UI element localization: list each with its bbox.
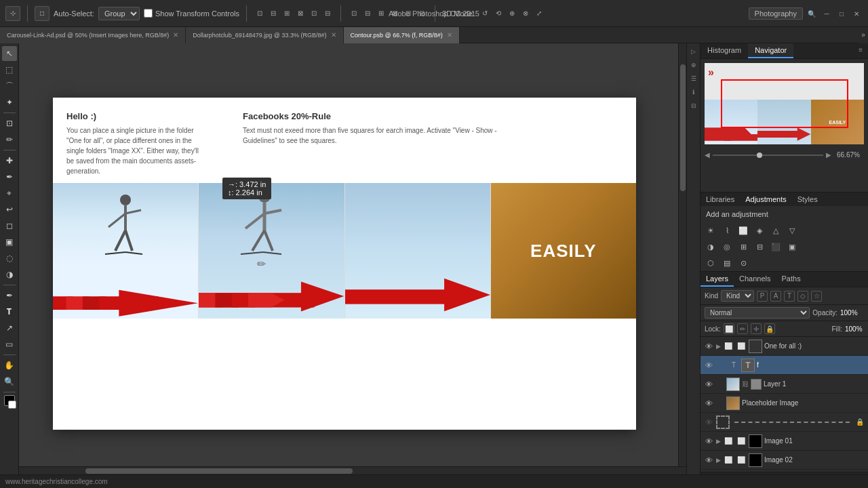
layer-item-placeholder[interactable]: 👁 Placeholder Image — [701, 394, 868, 413]
eraser-tool[interactable]: ◻ — [2, 218, 17, 233]
layer-expand-one-for-all[interactable]: ▶ — [716, 343, 721, 350]
adj-threshold[interactable]: ⬡ — [703, 256, 718, 270]
strip-btn-2[interactable]: ⊕ — [688, 60, 699, 70]
tab-contour[interactable]: Contour.psb @ 66.7% (f, RGB/8#) ✕ — [344, 27, 460, 43]
dist-btn-1[interactable]: ⊡ — [348, 7, 360, 20]
gradient-tool[interactable]: ▣ — [2, 235, 17, 249]
strip-btn-3[interactable]: ☰ — [688, 73, 699, 84]
heal-tool[interactable]: ✚ — [2, 153, 17, 168]
histogram-tab[interactable]: Histogram — [701, 43, 748, 58]
align-btn-1[interactable]: ⊡ — [254, 7, 266, 20]
transform-checkbox[interactable] — [144, 9, 153, 18]
layer-expand-img01[interactable]: ▶ — [716, 438, 721, 445]
layer-eye-img01[interactable]: 👁 — [703, 436, 714, 447]
3d-btn-3[interactable]: ⊕ — [506, 7, 518, 20]
kind-dropdown[interactable]: Kind — [721, 290, 754, 302]
adj-brightness[interactable]: ☀ — [703, 224, 718, 237]
blend-mode-dropdown[interactable]: Normal — [705, 307, 810, 319]
layer-expand-img02[interactable]: ▶ — [716, 457, 721, 464]
layer-item-dashed[interactable]: 👁 🔒 — [701, 413, 868, 432]
text-tool[interactable]: T — [2, 304, 17, 319]
move-tool[interactable]: ↖ — [2, 46, 17, 61]
filter-pixel-btn[interactable]: P — [757, 291, 768, 302]
zoom-in-btn[interactable]: ▶ — [826, 151, 831, 159]
adj-vibrance[interactable]: ◈ — [752, 224, 767, 237]
blur-tool[interactable]: ◌ — [2, 251, 17, 266]
layer-eye-placeholder[interactable]: 👁 — [703, 398, 714, 409]
zoom-slider[interactable] — [713, 155, 823, 156]
layer-eye-layer1[interactable]: 👁 — [703, 379, 714, 390]
lasso-tool[interactable]: ⌒ — [2, 79, 17, 94]
3d-btn-4[interactable]: ⊗ — [519, 7, 532, 20]
lock-move-btn[interactable]: ✛ — [751, 323, 762, 334]
adjustments-tab[interactable]: Adjustments — [740, 192, 792, 206]
navigator-tab[interactable]: Navigator — [748, 43, 793, 58]
adj-hsl[interactable]: △ — [768, 224, 783, 237]
styles-tab[interactable]: Styles — [792, 192, 823, 206]
tab-dollar[interactable]: Dollarphotclub_69148479.jpg @ 33.3% (RGB… — [186, 27, 343, 43]
filter-adj-btn[interactable]: A — [770, 291, 781, 302]
layer-eye-f[interactable]: 👁 — [703, 360, 714, 371]
layer-item-one-for-all[interactable]: 👁 ▶ ⬜ ⬜ One for all :) — [701, 337, 868, 356]
filter-shape-btn[interactable]: ◇ — [797, 291, 808, 302]
brush-tool[interactable]: ✒ — [2, 169, 17, 184]
align-btn-2[interactable]: ⊟ — [267, 7, 279, 20]
layers-tab[interactable]: Layers — [701, 272, 734, 287]
background-color[interactable] — [8, 401, 16, 409]
tab-dollar-close[interactable]: ✕ — [331, 31, 336, 39]
3d-btn-5[interactable]: ⤢ — [533, 7, 545, 20]
horizontal-scrollbar[interactable] — [19, 466, 686, 474]
layer-item-img01[interactable]: 👁 ▶ ⬜ ⬜ Image 01 — [701, 432, 868, 451]
group-dropdown[interactable]: Group Layer — [98, 7, 140, 20]
zoom-tool[interactable]: 🔍 — [2, 374, 17, 389]
3d-btn-2[interactable]: ⟲ — [492, 7, 505, 20]
dodge-tool[interactable]: ◑ — [2, 267, 17, 282]
tab-carousel-close[interactable]: ✕ — [173, 31, 178, 39]
adj-invert[interactable]: ⬛ — [768, 240, 783, 253]
adj-selective-color[interactable]: ⊙ — [736, 256, 751, 270]
layer-eye-img02[interactable]: 👁 — [703, 455, 714, 466]
adj-posterize[interactable]: ▣ — [785, 240, 800, 253]
options-btn[interactable]: □ — [35, 6, 50, 21]
zoom-out-btn[interactable]: ◀ — [705, 151, 710, 159]
shape-tool[interactable]: ▭ — [2, 337, 17, 352]
layer-item-img02[interactable]: 👁 ▶ ⬜ ⬜ Image 02 — [701, 451, 868, 470]
history-brush[interactable]: ↩ — [2, 202, 17, 217]
panel-menu-btn[interactable]: ≡ — [853, 43, 868, 58]
photography-btn[interactable]: Photography — [749, 7, 803, 20]
layer-eye-dashed[interactable]: 👁 — [703, 417, 714, 428]
tab-carousel[interactable]: Carousel-Link-Ad.psd @ 50% (Insert Image… — [0, 27, 186, 43]
tab-collapse-btn[interactable]: » — [859, 27, 868, 43]
dist-btn-2[interactable]: ⊟ — [361, 7, 374, 20]
filter-type-btn[interactable]: T — [784, 291, 795, 302]
pen-tool[interactable]: ✒ — [2, 288, 17, 303]
clone-tool[interactable]: ⌖ — [2, 186, 17, 201]
search-btn[interactable]: 🔍 — [806, 7, 818, 20]
adj-photofilter[interactable]: ◎ — [719, 240, 734, 253]
strip-btn-4[interactable]: ℹ — [688, 87, 699, 98]
maximize-btn[interactable]: □ — [835, 7, 848, 20]
adj-curves[interactable]: ⌇ — [719, 224, 734, 237]
adj-colorbalance[interactable]: ▽ — [785, 224, 800, 237]
move-tool-btn[interactable]: ⊹ — [5, 6, 20, 21]
magic-wand-tool[interactable]: ✦ — [2, 95, 17, 110]
close-btn[interactable]: ✕ — [850, 7, 863, 20]
3d-btn-1[interactable]: ↺ — [479, 7, 491, 20]
strip-btn-1[interactable]: ▷ — [688, 46, 699, 57]
layer-item-layer1[interactable]: 👁 ⛓ Layer 1 — [701, 375, 868, 394]
path-select[interactable]: ↗ — [2, 321, 17, 336]
adj-channelmixer[interactable]: ⊞ — [736, 240, 751, 253]
libraries-tab[interactable]: Libraries — [701, 192, 740, 206]
vertical-scrollbar[interactable] — [678, 43, 686, 466]
adj-bw[interactable]: ◑ — [703, 240, 718, 253]
align-btn-6[interactable]: ⊟ — [321, 7, 334, 20]
hand-tool[interactable]: ✋ — [2, 358, 17, 373]
channels-tab[interactable]: Channels — [734, 272, 776, 287]
paths-tab[interactable]: Paths — [776, 272, 806, 287]
strip-btn-5[interactable]: ⊟ — [688, 100, 699, 111]
marquee-tool[interactable]: ⬚ — [2, 62, 17, 77]
lock-draw-btn[interactable]: ✏ — [737, 323, 748, 334]
align-btn-4[interactable]: ⊠ — [294, 7, 307, 20]
v-scroll-thumb[interactable] — [680, 64, 686, 191]
h-scroll-thumb[interactable] — [85, 468, 353, 474]
